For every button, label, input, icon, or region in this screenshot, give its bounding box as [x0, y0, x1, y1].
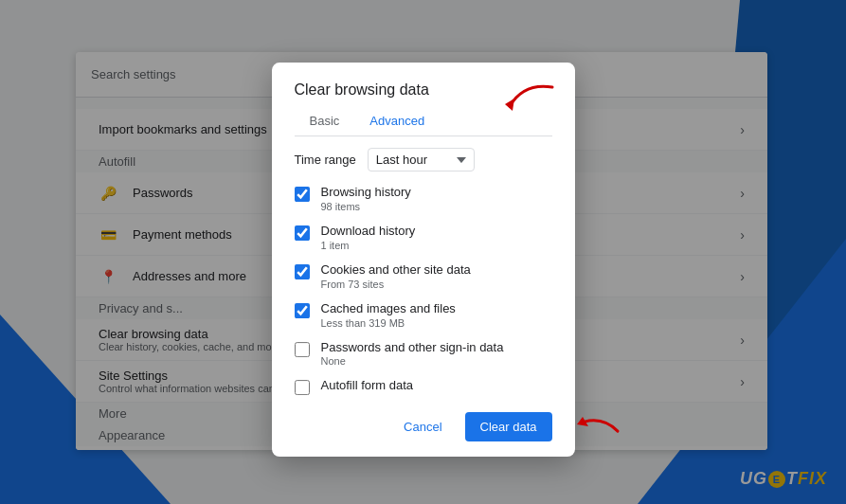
download-history-sub: 1 item	[321, 240, 416, 251]
checkbox-download-history: Download history 1 item	[272, 218, 575, 257]
checkbox-download-history-text: Download history 1 item	[321, 224, 416, 251]
cookies-sub: From 73 sites	[321, 279, 471, 290]
checkbox-passwords-input[interactable]	[295, 342, 310, 357]
dialog-tabs: Basic Advanced	[295, 106, 552, 136]
passwords-signin-label: Passwords and other sign-in data	[321, 340, 504, 356]
cookies-label: Cookies and other site data	[321, 262, 471, 279]
checkbox-passwords: Passwords and other sign-in data None	[272, 334, 575, 373]
dialog-title: Clear browsing data	[272, 63, 575, 106]
browsing-history-label: Browsing history	[321, 185, 411, 201]
time-range-select[interactable]: Last hour Last 24 hours Last 7 days Last…	[368, 148, 475, 171]
cached-images-sub: Less than 319 MB	[321, 317, 456, 329]
checkbox-download-history-input[interactable]	[295, 225, 310, 241]
checkbox-autofill-input[interactable]	[295, 381, 310, 396]
cached-images-label: Cached images and files	[321, 301, 456, 317]
checkbox-passwords-text: Passwords and other sign-in data None	[321, 340, 504, 368]
download-history-label: Download history	[321, 224, 416, 240]
autofill-label: Autofill form data	[321, 379, 414, 395]
checkbox-autofill-text: Autofill form data	[321, 379, 414, 395]
checkbox-cookies: Cookies and other site data From 73 site…	[272, 257, 575, 296]
checkbox-cookies-input[interactable]	[295, 264, 310, 279]
cancel-button[interactable]: Cancel	[388, 413, 457, 442]
clear-browsing-dialog: Clear browsing data Basic Advanced Time …	[272, 63, 575, 457]
checkbox-cached-images-text: Cached images and files Less than 319 MB	[321, 301, 456, 329]
tab-basic[interactable]: Basic	[295, 106, 355, 135]
checkbox-cached-images: Cached images and files Less than 319 MB	[272, 296, 575, 334]
time-range-row: Time range Last hour Last 24 hours Last …	[272, 136, 575, 179]
checkbox-browsing-history-text: Browsing history 98 items	[321, 185, 411, 212]
checkbox-cached-images-input[interactable]	[295, 303, 310, 318]
time-range-label: Time range	[295, 153, 356, 167]
checkbox-cookies-text: Cookies and other site data From 73 site…	[321, 262, 471, 290]
browsing-history-sub: 98 items	[321, 201, 411, 212]
dialog-footer: Cancel Clear data	[272, 402, 575, 450]
clear-data-button[interactable]: Clear data	[465, 413, 552, 442]
tab-advanced[interactable]: Advanced	[354, 106, 440, 135]
checkbox-autofill: Autofill form data	[272, 373, 575, 402]
checkbox-browsing-history: Browsing history 98 items	[272, 179, 575, 218]
checkbox-browsing-history-input[interactable]	[295, 187, 310, 202]
passwords-signin-sub: None	[321, 356, 504, 368]
